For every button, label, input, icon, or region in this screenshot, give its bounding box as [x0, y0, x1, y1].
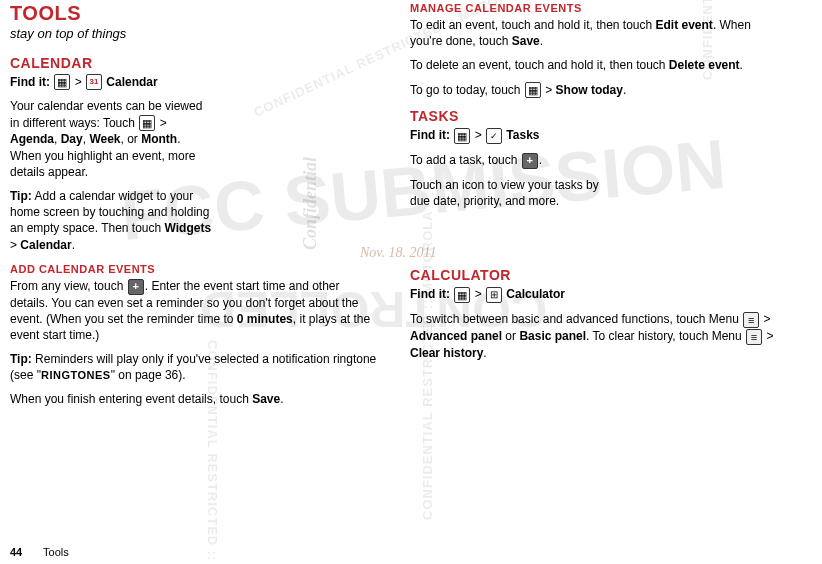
calc-para: To switch between basic and advanced fun…	[410, 311, 780, 361]
tasks-add-para: To add a task, touch .	[410, 152, 615, 169]
apps-icon	[139, 115, 155, 131]
menu-icon	[743, 312, 759, 328]
manage-delete-para: To delete an event, touch and hold it, t…	[410, 57, 780, 73]
manage-events-heading: MANAGE CALENDAR EVENTS	[410, 2, 780, 14]
tasks-heading: TASKS	[410, 108, 780, 124]
add-events-tip: Tip: Reminders will play only if you've …	[10, 351, 380, 383]
tasks-view-para: Touch an icon to view your tasks by due …	[410, 177, 615, 209]
apps-icon	[525, 82, 541, 98]
calendar-find-it: Find it: > 31 Calendar	[10, 74, 380, 91]
calendar-label: Calendar	[106, 75, 157, 89]
apps-icon	[454, 128, 470, 144]
manage-today-para: To go to today, touch > Show today.	[410, 82, 780, 99]
apps-icon	[454, 287, 470, 303]
find-it-label: Find it:	[10, 75, 50, 89]
page-number: 44	[10, 546, 22, 558]
right-column: MANAGE CALENDAR EVENTS To edit an event,…	[410, 0, 780, 416]
calculator-icon	[486, 287, 502, 303]
manage-edit-para: To edit an event, touch and hold it, the…	[410, 17, 780, 49]
page-subtitle: stay on top of things	[10, 25, 380, 43]
calendar-heading: CALENDAR	[10, 55, 380, 71]
plus-icon	[522, 153, 538, 169]
calendar-views-para: Your calendar events can be viewed in di…	[10, 98, 215, 180]
menu-icon	[746, 329, 762, 345]
sep: >	[75, 75, 85, 89]
add-events-para: From any view, touch . Enter the event s…	[10, 278, 380, 343]
footer-section: Tools	[43, 546, 69, 558]
add-events-finish: When you finish entering event details, …	[10, 391, 380, 407]
calc-find-it: Find it: > Calculator	[410, 286, 780, 303]
add-events-heading: ADD CALENDAR EVENTS	[10, 263, 380, 275]
page-footer: 44 Tools	[10, 546, 69, 558]
calculator-heading: CALCULATOR	[410, 267, 780, 283]
page-title: TOOLS	[10, 2, 380, 25]
calendar-tip-para: Tip: Add a calendar widget to your home …	[10, 188, 215, 253]
plus-icon	[128, 279, 144, 295]
left-column: TOOLS stay on top of things CALENDAR Fin…	[10, 0, 380, 416]
tasks-icon	[486, 128, 502, 144]
calendar-31-icon: 31	[86, 74, 102, 90]
apps-icon	[54, 74, 70, 90]
tasks-find-it: Find it: > Tasks	[410, 127, 780, 144]
